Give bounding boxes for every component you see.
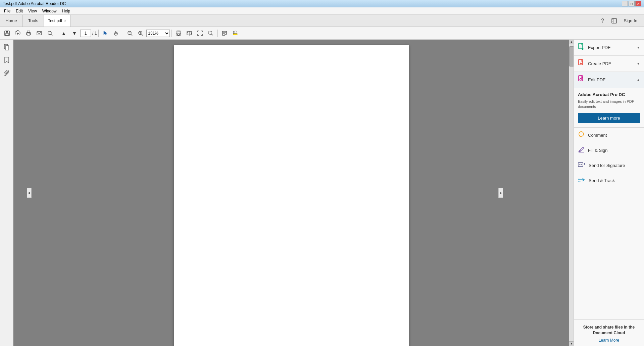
- separator-4: [171, 30, 172, 37]
- sign-in-button[interactable]: Sign In: [621, 17, 640, 25]
- menu-view[interactable]: View: [26, 8, 40, 14]
- svg-rect-0: [612, 18, 616, 23]
- fullscreen-icon: [197, 31, 203, 36]
- send-track-svg: [578, 176, 585, 183]
- separator-5: [217, 30, 218, 37]
- account-button[interactable]: [610, 16, 618, 25]
- search-icon: [47, 30, 53, 36]
- comment-svg: [578, 131, 585, 138]
- print-button[interactable]: [23, 29, 34, 38]
- search-button[interactable]: [45, 29, 55, 38]
- sticky-note-icon: [222, 31, 227, 36]
- send-signature-icon: [578, 161, 585, 170]
- separator-1: [57, 30, 57, 37]
- pdf-viewer[interactable]: [13, 40, 569, 346]
- upload-cloud-icon: [15, 30, 21, 36]
- edit-pdf-chevron: ▲: [637, 78, 640, 82]
- fill-sign-icon: [578, 146, 585, 155]
- zoom-in-icon: [138, 31, 143, 36]
- learn-more-button[interactable]: Learn more: [578, 113, 640, 123]
- hand-tool-button[interactable]: [111, 29, 121, 38]
- marquee-zoom-icon: [208, 31, 213, 36]
- cloud-learn-more-link[interactable]: Learn More: [578, 338, 640, 343]
- create-pdf-row[interactable]: Create PDF ▼: [574, 56, 644, 72]
- tab-home[interactable]: Home: [0, 15, 23, 27]
- fullscreen-button[interactable]: [195, 29, 205, 38]
- svg-rect-40: [579, 59, 583, 65]
- scrollbar-thumb[interactable]: [569, 46, 574, 67]
- scroll-down-button[interactable]: ▼: [569, 341, 574, 346]
- tab-document[interactable]: Test.pdf ×: [44, 15, 70, 27]
- tab-bar: Home Tools Test.pdf × ? Sign In: [0, 15, 644, 27]
- zoom-in-button[interactable]: [136, 29, 146, 38]
- edit-pdf-label: Edit PDF: [588, 77, 633, 82]
- fit-page-button[interactable]: [174, 29, 184, 38]
- restore-button[interactable]: □: [629, 1, 635, 6]
- svg-rect-6: [5, 34, 9, 35]
- attachments-icon: [4, 70, 10, 76]
- email-button[interactable]: [34, 29, 44, 38]
- svg-rect-10: [27, 34, 30, 35]
- menu-file[interactable]: File: [1, 8, 13, 14]
- menu-window[interactable]: Window: [40, 8, 59, 14]
- menu-edit[interactable]: Edit: [13, 8, 26, 14]
- send-track-row[interactable]: Send & Track: [574, 173, 644, 188]
- left-panel-collapse[interactable]: ◀: [27, 188, 32, 198]
- fit-width-button[interactable]: [184, 29, 194, 38]
- cloud-promo: Store and share files in the Document Cl…: [574, 319, 644, 346]
- highlight-button[interactable]: [230, 29, 240, 38]
- help-button[interactable]: ?: [598, 16, 607, 25]
- send-signature-row[interactable]: Send for Signature: [574, 158, 644, 173]
- menu-help[interactable]: Help: [59, 8, 73, 14]
- tab-tools[interactable]: Tools: [23, 15, 44, 27]
- page-navigation: ▲ ▼ / 1: [59, 29, 97, 38]
- svg-marker-15: [104, 31, 107, 35]
- header-actions: ? Sign In: [594, 15, 644, 27]
- edit-pdf-svg: [578, 75, 585, 83]
- svg-line-18: [131, 34, 132, 36]
- page-total: / 1: [92, 31, 97, 36]
- sticky-note-button[interactable]: [219, 29, 230, 38]
- scroll-up-button[interactable]: ▲: [569, 40, 574, 44]
- highlight-icon: [233, 31, 238, 36]
- save-button[interactable]: [2, 29, 12, 38]
- svg-rect-31: [233, 34, 237, 35]
- upload-cloud-button[interactable]: [13, 29, 23, 38]
- attachments-button[interactable]: [2, 68, 12, 78]
- right-panel-expand[interactable]: ▶: [498, 188, 503, 198]
- separator-3: [123, 30, 123, 37]
- next-page-button[interactable]: ▼: [69, 29, 80, 38]
- page-thumbnails-button[interactable]: [2, 42, 12, 52]
- title-filename: Test.pdf: [3, 1, 17, 6]
- email-icon: [36, 30, 42, 36]
- close-button[interactable]: ✕: [635, 1, 641, 6]
- separator-2: [98, 30, 99, 37]
- edit-pdf-section: Edit PDF ▲: [574, 72, 644, 88]
- export-pdf-row[interactable]: Export PDF ▼: [574, 40, 644, 55]
- send-signature-label: Send for Signature: [589, 163, 640, 168]
- comment-icon: [578, 131, 585, 139]
- page-number-input[interactable]: [80, 30, 91, 37]
- hand-icon: [113, 31, 119, 36]
- fill-sign-row[interactable]: Fill & Sign: [574, 143, 644, 158]
- svg-point-11: [30, 33, 30, 34]
- svg-rect-47: [578, 163, 583, 167]
- comment-row[interactable]: Comment: [574, 128, 644, 143]
- marquee-zoom-button[interactable]: [206, 29, 216, 38]
- close-doc-tab[interactable]: ×: [64, 19, 66, 23]
- pdf-scrollbar[interactable]: ▲ ▼: [569, 40, 574, 346]
- page-thumbnails-icon: [4, 44, 10, 51]
- zoom-select[interactable]: 131% 100% 75% 50% 150% 200%: [146, 30, 170, 37]
- cloud-promo-text: Store and share files in the Document Cl…: [578, 325, 640, 336]
- zoom-out-button[interactable]: [125, 29, 135, 38]
- send-track-icon: [578, 176, 585, 185]
- edit-pdf-row[interactable]: Edit PDF ▲: [574, 72, 644, 88]
- tab-spacer: [70, 15, 594, 27]
- right-panel-spacer: [574, 188, 644, 320]
- title-appname: Adobe Acrobat Reader DC: [18, 1, 66, 6]
- minimize-button[interactable]: ─: [622, 1, 628, 6]
- select-tool-button[interactable]: [100, 29, 110, 38]
- fit-width-icon: [187, 31, 192, 36]
- prev-page-button[interactable]: ▲: [59, 29, 69, 38]
- bookmarks-button[interactable]: [2, 55, 12, 65]
